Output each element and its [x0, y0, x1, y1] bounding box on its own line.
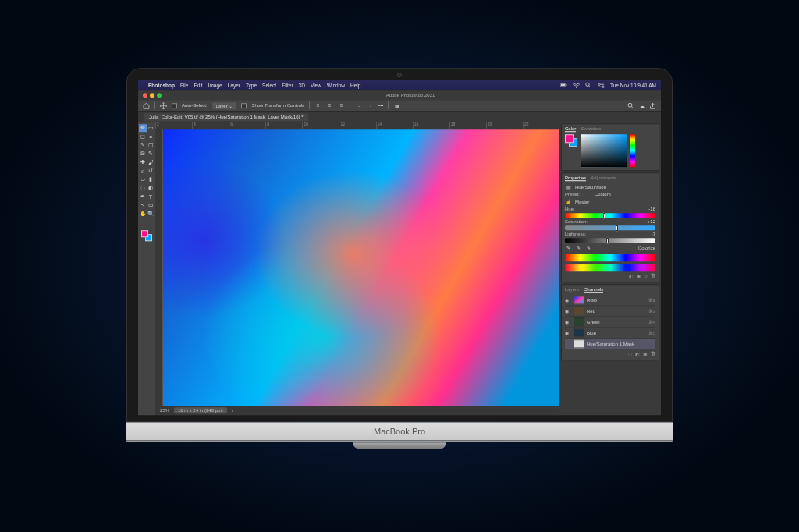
menu-edit[interactable]: Edit — [194, 83, 202, 88]
sat-value[interactable]: +12 — [648, 219, 655, 224]
3d-mode-icon[interactable]: ▦ — [393, 102, 400, 109]
visibility-icon[interactable]: ◉ — [565, 319, 571, 325]
type-tool[interactable]: T — [147, 193, 154, 200]
wifi-icon[interactable] — [573, 82, 580, 89]
zoom-button[interactable] — [157, 93, 162, 98]
history-brush-tool[interactable]: ↺ — [147, 167, 154, 175]
lasso-tool[interactable]: ⴰ — [147, 133, 154, 140]
minimize-button[interactable] — [150, 93, 154, 98]
visibility-icon[interactable]: ◉ — [565, 308, 571, 314]
healing-tool[interactable]: ✚ — [139, 158, 147, 166]
ruler-vertical[interactable] — [155, 129, 163, 406]
tab-layers[interactable]: Layers — [565, 287, 579, 293]
hue-value[interactable]: -16 — [648, 207, 655, 211]
menu-window[interactable]: Window — [327, 83, 345, 88]
menu-select[interactable]: Select — [262, 83, 276, 88]
search-icon[interactable] — [627, 102, 634, 109]
visibility-icon[interactable]: ◉ — [565, 330, 571, 335]
eyedropper-minus-icon[interactable]: ✎ — [585, 244, 592, 251]
doc-info[interactable]: 16 in x 24 in (240 ppi) — [174, 407, 227, 413]
fg-bg-swatch[interactable] — [565, 134, 577, 147]
align-icon[interactable]: ≡ — [314, 102, 321, 109]
tab-swatches[interactable]: Swatches — [581, 126, 601, 132]
show-transform-checkbox[interactable] — [241, 103, 247, 108]
battery-icon[interactable] — [560, 82, 567, 89]
search-icon[interactable] — [585, 82, 592, 89]
shape-tool[interactable]: ▭ — [147, 201, 154, 209]
canvas[interactable] — [163, 129, 559, 406]
edit-toolbar[interactable]: ⋯ — [143, 218, 151, 226]
channel-row[interactable]: ◉Green⌘4 — [565, 317, 655, 328]
menubar-datetime[interactable]: Tue Nov 10 9:41 AM — [610, 83, 656, 88]
finger-icon[interactable]: ☝ — [565, 198, 572, 205]
move-tool-icon[interactable] — [160, 102, 167, 109]
channel-row[interactable]: Hue/Saturation 1 Mask — [565, 339, 655, 349]
marquee-tool[interactable]: ◻ — [139, 133, 147, 140]
eraser-tool[interactable]: ▱ — [139, 176, 147, 183]
menu-help[interactable]: Help — [350, 83, 360, 88]
light-value[interactable]: -7 — [652, 232, 655, 236]
brush-tool[interactable]: 🖌 — [147, 158, 154, 166]
home-icon[interactable] — [143, 102, 150, 109]
app-name[interactable]: Photoshop — [148, 83, 175, 88]
close-button[interactable] — [143, 93, 147, 98]
reset-icon[interactable]: ↻ — [644, 273, 648, 278]
color-swatches[interactable] — [141, 230, 152, 241]
share-icon[interactable] — [649, 102, 656, 109]
light-slider[interactable] — [565, 238, 655, 243]
tab-channels[interactable]: Channels — [584, 287, 603, 293]
dodge-tool[interactable]: ◐ — [147, 184, 154, 192]
menu-layer[interactable]: Layer — [228, 83, 240, 88]
load-selection-icon[interactable]: ◌ — [628, 351, 632, 356]
distribute-icon[interactable]: ⋮ — [355, 102, 362, 109]
menu-view[interactable]: View — [311, 83, 321, 88]
menu-filter[interactable]: Filter — [282, 83, 293, 88]
sat-slider[interactable] — [565, 225, 655, 230]
eyedropper-plus-icon[interactable]: ✎ — [575, 244, 582, 251]
trash-icon[interactable]: 🗑 — [651, 351, 655, 356]
menu-file[interactable]: File — [180, 83, 188, 88]
auto-select-dropdown[interactable]: Layer ⌄ — [212, 102, 237, 109]
tab-properties[interactable]: Properties — [565, 176, 586, 181]
align-icon[interactable]: ≡ — [326, 102, 333, 109]
eyedropper-icon[interactable]: ✎ — [565, 244, 572, 251]
menu-type[interactable]: Type — [246, 83, 257, 88]
menu-image[interactable]: Image — [208, 83, 222, 88]
trash-icon[interactable]: 🗑 — [651, 273, 655, 278]
tab-color[interactable]: Color — [565, 126, 576, 132]
visibility-icon[interactable]: ◉ — [565, 297, 571, 303]
tab-adjustments[interactable]: Adjustments — [591, 176, 616, 181]
channel-row[interactable]: ◉Blue⌘5 — [565, 328, 655, 339]
save-selection-icon[interactable]: ◩ — [635, 351, 640, 356]
hand-tool[interactable]: ✋ — [139, 210, 147, 218]
blur-tool[interactable]: ◌ — [139, 184, 147, 192]
color-field[interactable] — [581, 134, 627, 167]
move-tool[interactable]: ✥ — [139, 124, 147, 132]
ruler-horizontal[interactable]: 246810121416182022 — [155, 122, 559, 129]
hue-slider[interactable] — [565, 213, 655, 218]
new-channel-icon[interactable]: ▣ — [643, 351, 648, 356]
auto-select-checkbox[interactable] — [172, 103, 177, 108]
status-chevron[interactable]: › — [232, 408, 233, 413]
channel-row[interactable]: ◉RGB⌘2 — [565, 295, 655, 306]
frame-tool[interactable]: ⊠ — [139, 150, 147, 158]
channel-row[interactable]: ◉Red⌘3 — [565, 306, 655, 317]
hue-strip[interactable] — [630, 134, 635, 167]
pen-tool[interactable]: ✒ — [139, 193, 147, 200]
quick-select-tool[interactable]: ✎ — [139, 141, 147, 149]
crop-tool[interactable]: ◫ — [147, 141, 154, 149]
clip-icon[interactable]: ◧ — [629, 273, 634, 278]
zoom-tool[interactable]: 🔍 — [147, 210, 154, 218]
artboard-tool[interactable]: ▭ — [147, 124, 154, 132]
distribute-icon[interactable]: ⋮ — [367, 102, 374, 109]
control-center-icon[interactable] — [598, 82, 605, 89]
zoom-level[interactable]: 25% — [160, 408, 169, 413]
clone-tool[interactable]: ⎌ — [139, 167, 147, 175]
menu-3d[interactable]: 3D — [299, 83, 305, 88]
cloud-docs-icon[interactable]: ☁ — [638, 102, 645, 109]
gradient-tool[interactable]: ▮ — [147, 176, 154, 183]
align-icon[interactable]: ≡ — [338, 102, 345, 109]
channel-dropdown[interactable]: Master — [575, 200, 655, 204]
eyedropper-tool[interactable]: ✎ — [147, 150, 154, 158]
path-tool[interactable]: ↖ — [139, 201, 147, 209]
